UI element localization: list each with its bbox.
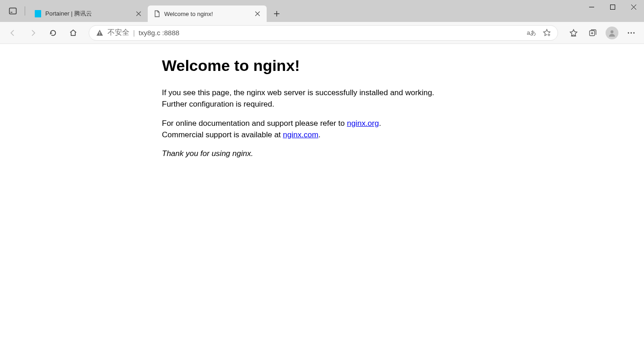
portainer-favicon-icon bbox=[34, 10, 42, 17]
links-paragraph: For online documentation and support ple… bbox=[162, 118, 455, 140]
address-bar[interactable]: 不安全 | txy8g.c :8888 aあ bbox=[89, 25, 558, 41]
page-heading: Welcome to nginx! bbox=[162, 57, 455, 75]
svg-point-23 bbox=[631, 32, 632, 33]
nginx-com-link[interactable]: nginx.com bbox=[283, 130, 318, 139]
tab-portainer[interactable]: Portainer | 腾讯云 bbox=[29, 5, 148, 22]
tab-strip: Portainer | 腾讯云 Welcome to nginx! bbox=[29, 0, 284, 22]
page-favicon-icon bbox=[153, 10, 161, 17]
para2-pre: For online documentation and support ple… bbox=[162, 119, 347, 128]
nginx-org-link[interactable]: nginx.org bbox=[347, 119, 379, 128]
toolbar: 不安全 | txy8g.c :8888 aあ bbox=[0, 22, 644, 44]
refresh-button[interactable] bbox=[44, 24, 62, 42]
address-separator: | bbox=[133, 29, 135, 37]
titlebar-separator bbox=[25, 6, 25, 16]
not-secure-icon bbox=[96, 29, 104, 37]
window-controls bbox=[581, 0, 644, 18]
settings-menu-button[interactable] bbox=[622, 24, 640, 42]
svg-rect-1 bbox=[610, 5, 615, 9]
favorites-button[interactable] bbox=[564, 24, 583, 42]
window-minimize-button[interactable] bbox=[581, 0, 602, 14]
svg-point-24 bbox=[633, 32, 635, 33]
tab-nginx[interactable]: Welcome to nginx! bbox=[148, 5, 267, 22]
svg-rect-13 bbox=[99, 34, 100, 35]
para3-pre: Commercial support is available at bbox=[162, 130, 283, 139]
para2-mid: . bbox=[379, 119, 381, 128]
tab-title: Portainer | 腾讯云 bbox=[45, 10, 130, 18]
svg-rect-12 bbox=[99, 32, 100, 33]
thank-you-text: Thank you for using nginx. bbox=[162, 149, 455, 158]
forward-button[interactable] bbox=[24, 24, 42, 42]
tab-actions-button[interactable] bbox=[4, 2, 22, 20]
translate-button[interactable]: aあ bbox=[527, 29, 536, 37]
tab-close-button[interactable] bbox=[134, 9, 143, 18]
favorite-add-button[interactable] bbox=[542, 28, 551, 37]
toolbar-right bbox=[564, 24, 640, 42]
window-close-button[interactable] bbox=[623, 0, 644, 14]
svg-rect-5 bbox=[11, 12, 12, 13]
home-button[interactable] bbox=[64, 24, 82, 42]
new-tab-button[interactable] bbox=[269, 6, 284, 21]
intro-paragraph: If you see this page, the nginx web serv… bbox=[162, 87, 455, 110]
back-button[interactable] bbox=[4, 24, 22, 42]
window-maximize-button[interactable] bbox=[602, 0, 623, 14]
para3-post: . bbox=[318, 130, 321, 139]
tab-title: Welcome to nginx! bbox=[164, 11, 249, 17]
url-text: txy8g.c :8888 bbox=[139, 29, 179, 37]
tab-close-button[interactable] bbox=[253, 9, 262, 18]
titlebar: Portainer | 腾讯云 Welcome to nginx! bbox=[0, 0, 644, 22]
profile-button[interactable] bbox=[606, 27, 618, 39]
collections-button[interactable] bbox=[584, 24, 602, 42]
page-content: Welcome to nginx! If you see this page, … bbox=[0, 44, 644, 158]
svg-rect-4 bbox=[10, 8, 16, 14]
svg-point-21 bbox=[611, 30, 613, 33]
svg-point-22 bbox=[628, 32, 629, 33]
not-secure-label: 不安全 bbox=[107, 28, 129, 38]
